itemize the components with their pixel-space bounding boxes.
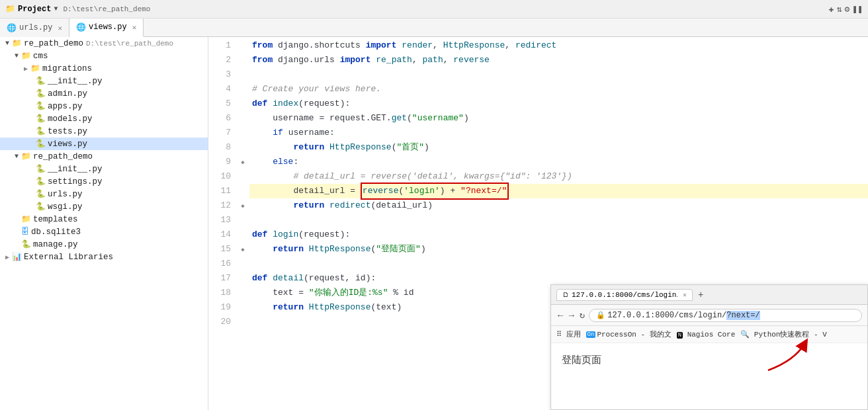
- layout-icon[interactable]: ❚❚: [852, 4, 863, 15]
- tree-label: manage.py: [33, 240, 78, 249]
- code-line-13: [249, 213, 868, 227]
- code-line-6: username = request.GET.get("username"): [249, 111, 868, 126]
- code-editor[interactable]: 1 2 3 4 5 6 7 8 9 10 11 12 13 14 15 16 1…: [208, 37, 868, 410]
- tab-urls-label: urls.py: [19, 23, 52, 32]
- line-num-17: 17: [208, 271, 231, 286]
- line-num-3: 3: [208, 67, 231, 82]
- browser-forward-btn[interactable]: →: [567, 310, 575, 321]
- tree-label: views.py: [48, 140, 87, 149]
- code-line-9: else:: [249, 155, 868, 169]
- tree-item-views[interactable]: 🐍 views.py: [0, 138, 208, 150]
- tab-urls-close[interactable]: ✕: [58, 24, 62, 32]
- browser-overlay: 🗋 127.0.0.1:8000/cms/login/?ne... ✕ + ← …: [550, 284, 868, 410]
- sort-icon[interactable]: ⇅: [837, 4, 842, 15]
- browser-back-btn[interactable]: ←: [556, 310, 564, 321]
- tree-item-re-path-demo-pkg[interactable]: ▼ 📁 re_path_demo: [0, 150, 208, 163]
- python-file-icon: 🐍: [36, 114, 46, 124]
- python-file-icon: 🐍: [36, 76, 46, 86]
- line-num-20: 20: [208, 315, 231, 329]
- settings-icon[interactable]: ⚙: [845, 4, 850, 15]
- tab-views-icon: 🌐: [76, 22, 86, 32]
- lock-icon: 🔒: [596, 311, 605, 319]
- tree-label: re_path_demo: [33, 152, 93, 161]
- browser-address-input[interactable]: 🔒 127.0.0.1:8000/cms/login/?next=/: [589, 309, 862, 322]
- tree-label: __init__.py: [48, 165, 103, 174]
- tree-item-wsgi[interactable]: 🐍 wsgi.py: [0, 200, 208, 213]
- browser-refresh-btn[interactable]: ↻: [578, 309, 586, 321]
- nagios-icon: N: [677, 332, 683, 339]
- browser-tab-page-icon: 🗋: [562, 291, 569, 299]
- line-num-14: 14: [208, 227, 231, 242]
- main-layout: ▼ 📁 re_path_demo D:\test\re_path_demo ▼ …: [0, 37, 868, 410]
- code-line-1: from django.shortcuts import render, Htt…: [249, 38, 868, 53]
- tree-path: D:\test\re_path_demo: [86, 40, 173, 48]
- browser-tabs: 🗋 127.0.0.1:8000/cms/login/?ne... ✕ +: [551, 285, 867, 305]
- tree-item-tests[interactable]: 🐍 tests.py: [0, 125, 208, 138]
- db-file-icon: 🗄: [21, 227, 29, 237]
- tree-item-db-sqlite3[interactable]: 🗄 db.sqlite3: [0, 226, 208, 238]
- tree-item-init-re[interactable]: 🐍 __init__.py: [0, 163, 208, 175]
- line-numbers: 1 2 3 4 5 6 7 8 9 10 11 12 13 14 15 16 1…: [208, 37, 236, 410]
- browser-tab-add[interactable]: +: [695, 290, 706, 300]
- tree-item-settings[interactable]: 🐍 settings.py: [0, 175, 208, 188]
- tree-item-migrations[interactable]: ▶ 📁 migrations: [0, 62, 208, 75]
- python-file-icon: 🐍: [36, 177, 46, 186]
- project-dropdown-arrow[interactable]: ▼: [54, 5, 58, 13]
- tab-views[interactable]: 🌐 views.py ✕: [69, 19, 144, 37]
- add-icon[interactable]: ✚: [829, 4, 834, 15]
- page-content-text: 登陆页面: [562, 355, 601, 366]
- browser-tab-label: 127.0.0.1:8000/cms/login/?ne...: [572, 291, 677, 299]
- marker-12: ◆: [236, 198, 249, 213]
- browser-content: 登陆页面: [551, 343, 867, 377]
- tree-label: __init__.py: [48, 77, 103, 86]
- file-tree: ▼ 📁 re_path_demo D:\test\re_path_demo ▼ …: [0, 37, 208, 410]
- tree-item-admin[interactable]: 🐍 admin.py: [0, 87, 208, 100]
- tree-label: urls.py: [48, 190, 83, 199]
- project-path: D:\test\re_path_demo: [63, 5, 150, 13]
- bookmark-nagios[interactable]: N Nagios Core: [677, 331, 736, 339]
- line-num-18: 18: [208, 286, 231, 300]
- browser-tab-close[interactable]: ✕: [683, 291, 687, 299]
- tree-item-manage[interactable]: 🐍 manage.py: [0, 238, 208, 251]
- python-file-icon: 🐍: [21, 239, 31, 249]
- tree-label: migrations: [42, 64, 92, 73]
- tree-label: db.sqlite3: [31, 227, 81, 237]
- bookmark-processson[interactable]: On ProcessOn - 我的文: [586, 329, 672, 339]
- marker-9: ◆: [236, 155, 249, 169]
- tree-item-apps[interactable]: 🐍 apps.py: [0, 100, 208, 112]
- arrow-migrations: ▶: [21, 65, 30, 73]
- python-file-icon: 🐍: [36, 189, 46, 199]
- tree-item-cms[interactable]: ▼ 📁 cms: [0, 50, 208, 62]
- tree-label: tests.py: [48, 127, 87, 136]
- line-num-6: 6: [208, 111, 231, 126]
- tree-label: admin.py: [48, 89, 87, 99]
- code-line-8: return HttpResponse("首页"): [249, 140, 868, 155]
- tree-label: models.py: [48, 114, 93, 124]
- line-num-11: 11: [208, 184, 231, 198]
- tab-views-close[interactable]: ✕: [132, 23, 137, 32]
- tab-urls[interactable]: 🌐 urls.py ✕: [0, 19, 69, 37]
- tree-label: wsgi.py: [48, 202, 83, 212]
- python-file-icon: 🐍: [36, 164, 46, 174]
- tab-bar: 🌐 urls.py ✕ 🌐 views.py ✕: [0, 19, 868, 37]
- python-file-icon: 🐍: [36, 202, 46, 212]
- bookmark-apps[interactable]: ⠿ 应用: [556, 329, 581, 339]
- tree-item-external-libs[interactable]: ▶ 📊 External Libraries: [0, 251, 208, 263]
- tree-item-templates[interactable]: 📁 templates: [0, 213, 208, 226]
- tree-item-models[interactable]: 🐍 models.py: [0, 112, 208, 125]
- processson-icon: On: [586, 331, 596, 338]
- tree-item-urls[interactable]: 🐍 urls.py: [0, 188, 208, 200]
- arrow-re-path-pkg: ▼: [12, 153, 21, 160]
- code-line-15: return HttpResponse("登陆页面"): [249, 242, 868, 257]
- line-num-8: 8: [208, 140, 231, 155]
- tree-item-init-cms[interactable]: 🐍 __init__.py: [0, 75, 208, 87]
- marker-15: ◆: [236, 242, 249, 257]
- line-num-10: 10: [208, 169, 231, 184]
- tree-item-re-path-demo-root[interactable]: ▼ 📁 re_path_demo D:\test\re_path_demo: [0, 37, 208, 50]
- browser-address-bar: ← → ↻ 🔒 127.0.0.1:8000/cms/login/?next=/: [551, 305, 867, 326]
- folder-icon: 📁: [21, 214, 31, 224]
- line-num-9: 9: [208, 155, 231, 169]
- project-title: Project: [18, 5, 51, 14]
- browser-tab-active[interactable]: 🗋 127.0.0.1:8000/cms/login/?ne... ✕: [556, 289, 693, 301]
- line-num-15: 15: [208, 242, 231, 257]
